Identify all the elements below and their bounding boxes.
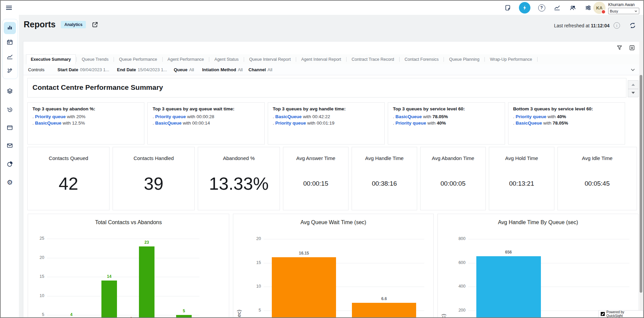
queue-link[interactable]: Priority queue: [35, 114, 66, 119]
tab-queue-performance[interactable]: Queue Performance: [115, 54, 162, 64]
tab-queue-interval-report[interactable]: Queue Interval Report: [245, 54, 295, 64]
kpi-card-avg-answer-time: Avg Answer Time00:00:15: [283, 147, 349, 210]
help-icon[interactable]: [537, 3, 546, 12]
tab-executive-summary[interactable]: Executive Summary: [26, 54, 76, 64]
tab-agent-status[interactable]: Agent Status: [210, 54, 243, 64]
spin-down-button[interactable]: [628, 89, 638, 97]
y-tick-label: 600: [438, 260, 466, 265]
flash-icon[interactable]: [519, 2, 530, 14]
bar-contacts[interactable]: [139, 246, 154, 318]
queue-stat-line: . Priority queue with 00:01:19: [273, 120, 380, 126]
queue-stat-line: . BasicQueue with 00:00:14: [152, 120, 259, 126]
tab-queue-planning[interactable]: Queue Planning: [445, 54, 484, 64]
tab-queue-trends[interactable]: Queue Trends: [77, 54, 113, 64]
y-tick-label: 20: [233, 236, 261, 241]
control-intiation-method[interactable]: Intiation MethodAll: [202, 67, 243, 72]
y-tick-label: 10: [28, 293, 44, 298]
stat-value: 78.05%: [553, 121, 568, 126]
y-tick-label: 15: [28, 274, 44, 279]
gridline: [468, 239, 629, 239]
refresh-icon[interactable]: [629, 22, 637, 29]
quicksight-logo-icon: [601, 312, 605, 316]
y-tick-label: 400: [438, 284, 466, 289]
avatar[interactable]: KA: [593, 2, 605, 14]
sidebar-item-metrics[interactable]: [4, 51, 16, 63]
bar-handle[interactable]: [476, 256, 541, 318]
queue-link[interactable]: Priority queue: [155, 114, 186, 119]
control-value: All: [238, 67, 242, 72]
queue-link[interactable]: BasicQueue: [155, 121, 182, 126]
stat-value: 40%: [437, 121, 446, 126]
sidebar-item-window[interactable]: [4, 122, 16, 134]
tab-agent-performance[interactable]: Agent Performance: [163, 54, 209, 64]
kpi-card-avg-idle-time: Avg Idle Time00:05:45: [557, 147, 637, 210]
tab-divider: [296, 57, 296, 62]
bar-value-label: 5: [170, 309, 197, 313]
tab-contract-trace-record[interactable]: Contract Trace Record: [347, 54, 399, 64]
queue-link[interactable]: BasicQueue: [275, 114, 302, 119]
queue-link[interactable]: Priority queue: [396, 121, 426, 126]
trend-icon[interactable]: [553, 3, 562, 12]
bar-wait[interactable]: [272, 257, 336, 318]
sidebar-item-settings[interactable]: ⚙: [4, 176, 16, 188]
scrollbar-thumb[interactable]: [640, 75, 642, 293]
control-start-date[interactable]: Start Date09/04/2023 1...: [57, 67, 109, 72]
status-select[interactable]: Busy: [608, 8, 639, 14]
busy-status-dot: [601, 9, 606, 14]
bar-contacts[interactable]: [176, 315, 192, 318]
hamburger-menu-icon[interactable]: [6, 5, 12, 11]
sidebar-item-calendar[interactable]: [4, 37, 16, 49]
filter-icon[interactable]: [616, 45, 623, 51]
sidebar-item-design[interactable]: [4, 65, 16, 77]
kpi-value: 39: [144, 157, 164, 210]
sidebar-item-mail[interactable]: [4, 140, 16, 152]
queue-link[interactable]: BasicQueue: [516, 121, 542, 126]
connector-text: with: [62, 121, 72, 126]
y-tick-label: 25: [28, 236, 44, 241]
queue-link[interactable]: Priority queue: [275, 121, 306, 126]
external-link-icon[interactable]: [91, 21, 99, 28]
sidebar-item-layers[interactable]: [4, 86, 16, 98]
tab-agent-interval-report[interactable]: Agent Interval Report: [297, 54, 345, 64]
avatar-initials: KA: [596, 5, 603, 10]
chevron-down-icon[interactable]: [630, 67, 636, 73]
queue-link[interactable]: Priority queue: [516, 114, 546, 119]
agents-icon[interactable]: [568, 3, 577, 12]
info-icon[interactable]: [614, 22, 620, 29]
kpi-value: 00:13:21: [509, 157, 534, 210]
chart-avg-queue-wait-time: Avg Queue Wait Time (sec) Avg Queue Wait…: [233, 214, 434, 318]
history-icon: [6, 106, 13, 114]
queue-link[interactable]: BasicQueue: [396, 114, 422, 119]
sliders-icon[interactable]: [584, 3, 593, 12]
control-label: Queue: [174, 67, 187, 72]
queue-link[interactable]: BasicQueue: [35, 121, 62, 126]
control-end-date[interactable]: End Date15/04/2023 1...: [117, 67, 167, 72]
sidebar-item-history[interactable]: [4, 104, 16, 116]
tab-contact-forensics[interactable]: Contact Forensics: [400, 54, 443, 64]
note-icon[interactable]: [503, 3, 512, 12]
top-queues-card: Top 3 queues by avg handle time:. BasicQ…: [268, 102, 385, 144]
stat-value: 20%: [76, 114, 86, 119]
sidebar-item-reports[interactable]: [4, 159, 16, 171]
bar-wait[interactable]: [352, 303, 416, 318]
tab-wrap-up-performance[interactable]: Wrap-Up Performance: [485, 54, 536, 64]
top-queues-card: Bottom 3 queues by service level 60:. Pr…: [508, 102, 625, 144]
main-area: Reports Analytics Last refreshed at 11:1…: [19, 15, 643, 317]
export-icon[interactable]: [629, 45, 635, 51]
sidebar-item-analytics[interactable]: [4, 22, 16, 34]
bar-value-label: 656: [495, 250, 522, 255]
app-window: KA Khurram Awan Busy ⚙ Reports Analytics: [0, 0, 644, 318]
control-channel[interactable]: ChannelAll: [248, 67, 272, 72]
bar-contacts[interactable]: [101, 281, 117, 318]
kpi-value: 00:00:15: [303, 157, 328, 210]
section-title-bar: Contact Centre Performance Summary: [27, 78, 626, 98]
top-bar: KA Khurram Awan Busy: [1, 1, 643, 15]
stat-value: 00:01:19: [317, 121, 335, 126]
bar-chart-icon: [6, 24, 13, 32]
gear-icon: ⚙: [7, 179, 13, 186]
window-icon: [6, 124, 13, 132]
kpi-value: 13.33%: [209, 157, 268, 210]
spin-up-button[interactable]: [628, 81, 638, 89]
control-queue[interactable]: QueueAll: [174, 67, 194, 72]
chart-total-contacts-vs-abandons: Total Contacts vs Abandons 2520151054143…: [28, 214, 229, 318]
